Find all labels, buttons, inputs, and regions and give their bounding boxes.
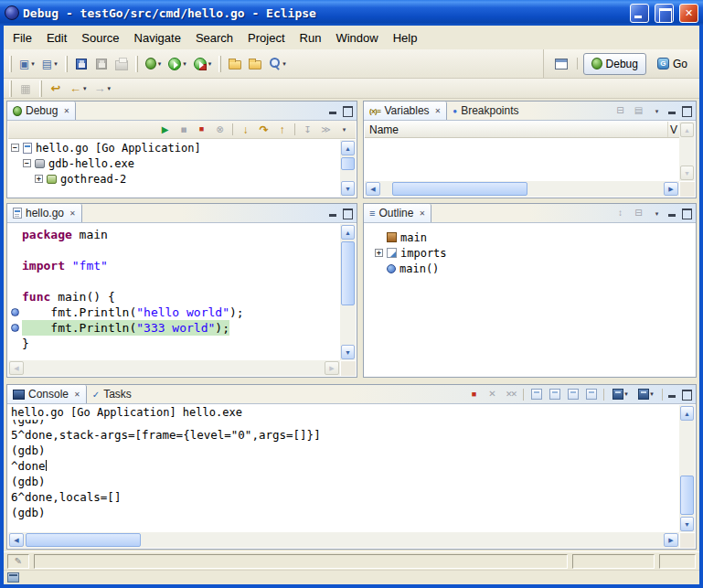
tree-expander-icon[interactable]: + [375,249,383,257]
tab-breakpoints[interactable]: ● Breakpoints [447,102,524,120]
toolbar-grip[interactable] [9,56,12,72]
drop-to-frame-button[interactable]: ↧ [299,122,316,137]
toolbar-grip[interactable] [135,56,138,72]
back-button[interactable]: ← ▾ [66,80,91,97]
code-lines[interactable]: package mainimport "fmt"func main() { fm… [8,224,340,360]
display-console-button[interactable]: ▾ [608,387,633,402]
scroll-down-button[interactable]: ▼ [680,517,694,531]
scrollbar-thumb[interactable] [26,533,141,547]
maximize-view-button[interactable] [341,207,354,219]
tree-item[interactable]: −gdb-hello.exe [8,155,340,171]
view-menu-button[interactable]: ▾ [648,206,666,221]
clear-console-button[interactable] [527,387,545,402]
tab-tasks[interactable]: ✓ Tasks [87,385,137,403]
print-button[interactable] [112,53,132,75]
editor-ruler[interactable] [8,336,22,351]
sort-button[interactable]: ↕ [612,206,629,221]
remove-all-launches-button[interactable]: ✕✕ [502,387,519,402]
scroll-left-button[interactable]: ◀ [9,533,24,547]
scroll-down-button[interactable]: ▼ [341,181,355,196]
breakpoint-marker[interactable] [11,308,19,316]
perspective-go-button[interactable]: G Go [649,53,696,75]
minimize-view-button[interactable] [666,207,679,219]
debug-vertical-scrollbar[interactable]: ▲ ▼ [340,140,356,197]
scroll-up-button[interactable]: ▲ [341,141,355,155]
tree-expander-icon[interactable]: − [11,144,19,152]
pin-console-button[interactable] [582,387,600,402]
console-line[interactable]: 5^done,stack-args=[frame={level="0",args… [11,427,679,443]
console-line[interactable]: (gdb) [11,443,679,458]
menu-project[interactable]: Project [240,27,292,48]
search-button[interactable]: ▾ [265,53,290,75]
scroll-up-button[interactable]: ▲ [680,123,694,137]
maximize-view-button[interactable] [680,104,693,117]
scrollbar-thumb[interactable] [341,157,355,170]
titlebar[interactable]: Debug - testGo/src/cmd/hello.go - Eclips… [0,0,703,26]
variables-horizontal-scrollbar[interactable]: ◀ ▶ [365,181,679,197]
code-line[interactable]: } [8,336,340,351]
layout-button[interactable]: ▤ [630,103,647,119]
code-line[interactable]: import "fmt" [8,258,340,273]
toolbar-grip[interactable] [39,80,42,97]
minimize-view-button[interactable] [666,104,679,117]
console-vertical-scrollbar[interactable]: ▲ ▼ [679,405,695,532]
console-line[interactable]: 6^done,locals=[] [11,489,679,505]
external-tools-button[interactable]: ▾ [190,53,216,75]
editor-ruler[interactable] [8,242,22,258]
disconnect-button[interactable]: ⊗ [211,122,229,137]
maximize-view-button[interactable] [341,104,354,117]
editor-ruler[interactable] [8,227,22,242]
scrollbar-track[interactable] [25,532,663,548]
scroll-right-button[interactable]: ▶ [664,182,678,196]
tab-debug[interactable]: Debug ✕ [7,102,76,120]
code-line[interactable]: fmt.Println("hello world"); [8,305,340,320]
minimize-window-button[interactable] [630,4,649,23]
remove-launch-button[interactable]: ✕ [484,387,501,402]
toolbar-misc-button[interactable]: ▦ [16,80,36,97]
code-line[interactable] [8,242,340,258]
scroll-down-button[interactable]: ▼ [341,345,355,359]
maximize-view-button[interactable] [680,207,693,219]
menu-navigate[interactable]: Navigate [127,27,188,48]
scrollbar-track[interactable] [25,360,324,376]
tree-item[interactable]: −hello.go [Go Application] [8,140,340,155]
maximize-view-button[interactable] [680,388,693,401]
terminate-button[interactable]: ■ [465,387,483,402]
close-tab-icon[interactable]: ✕ [435,107,442,115]
name-column-header[interactable]: Name [365,122,668,137]
scroll-up-button[interactable]: ▲ [680,406,694,421]
open-folder-button[interactable] [225,53,245,75]
tree-item[interactable]: +gothread-2 [8,171,340,187]
collapse-all-button[interactable]: ⊟ [630,206,647,221]
code-line[interactable]: package main [8,227,340,242]
scroll-right-button[interactable]: ▶ [325,361,339,375]
tree-expander-icon[interactable]: − [23,159,31,167]
view-menu-button[interactable]: ▾ [648,103,666,119]
variables-vertical-scrollbar[interactable]: ▲ ▼ [679,122,695,181]
scrollbar-track[interactable] [381,181,663,197]
resume-button[interactable]: ▶ [156,122,174,137]
editor-horizontal-scrollbar[interactable]: ◀ ▶ [8,360,340,376]
value-column-header[interactable]: V [668,122,679,137]
save-button[interactable] [71,53,91,75]
open-perspective-button[interactable] [551,53,571,75]
save-all-button[interactable] [91,53,112,75]
step-return-button[interactable]: ↑ [273,122,291,137]
menu-edit[interactable]: Edit [39,27,74,48]
tab-variables[interactable]: (x)= Variables ✕ [364,102,447,120]
menu-window[interactable]: Window [328,27,385,48]
last-edit-location-button[interactable]: ↩ [46,80,66,97]
minimize-view-button[interactable] [666,388,679,401]
tree-expander-icon[interactable]: + [35,175,43,183]
collapse-all-button[interactable]: ⊟ [612,103,629,119]
console-line[interactable]: (gdb) [11,420,679,427]
editor-ruler[interactable] [8,273,22,289]
toolbar-grip[interactable] [218,56,221,72]
tab-console[interactable]: Console ✕ [7,385,87,403]
scrollbar-thumb[interactable] [392,182,527,196]
suspend-button[interactable]: ▮▮ [175,122,192,137]
console-line[interactable]: (gdb) [11,474,679,489]
terminate-button[interactable]: ■ [193,122,210,137]
tree-item[interactable]: main [372,230,695,245]
menu-search[interactable]: Search [188,27,240,48]
